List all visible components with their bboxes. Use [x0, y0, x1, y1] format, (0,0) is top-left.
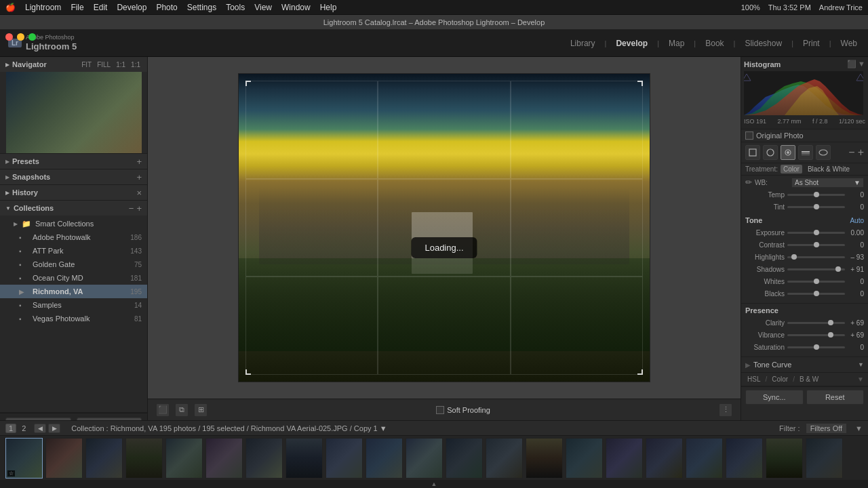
remove-collection-button[interactable]: −	[129, 203, 134, 214]
histogram-close-icon[interactable]: ▼	[858, 60, 865, 68]
spot-removal-tool[interactable]	[763, 145, 778, 160]
contrast-slider[interactable]	[787, 244, 845, 246]
whites-thumb[interactable]	[814, 279, 819, 284]
add-collection-button[interactable]: +	[136, 203, 142, 214]
saturation-slider[interactable]	[787, 346, 845, 348]
whites-slider[interactable]	[787, 281, 845, 283]
tint-thumb[interactable]	[814, 204, 819, 209]
filmstrip-next-button[interactable]: ▶	[48, 424, 60, 433]
treatment-bw-tab[interactable]: Black & White	[805, 165, 852, 174]
tone-curve-header[interactable]: ▶ Tone Curve ▼	[741, 357, 868, 372]
tone-auto-button[interactable]: Auto	[850, 217, 864, 224]
compare-view-button[interactable]: ⧉	[175, 403, 189, 417]
collections-header[interactable]: ▼ Collections − +	[0, 201, 147, 216]
add-preset-button[interactable]: +	[136, 157, 142, 167]
smart-collections-folder[interactable]: ▶ 📁 Smart Collections	[0, 217, 147, 230]
nav-1to1-btn[interactable]: 1:1	[115, 61, 127, 68]
collection-adobe-photowalk[interactable]: ▪ Adobe Photowalk 186	[0, 230, 147, 244]
apple-menu[interactable]: 🍎	[5, 3, 16, 12]
nav-custom-btn[interactable]: 1:1	[130, 61, 142, 68]
file-menu[interactable]: File	[71, 3, 83, 12]
exposure-slider[interactable]	[787, 232, 845, 234]
collection-samples[interactable]: ▪ Samples 14	[0, 298, 147, 312]
nav-fill-btn[interactable]: FILL	[96, 61, 112, 68]
close-history-button[interactable]: ×	[136, 188, 142, 198]
reset-tool[interactable]: +	[858, 146, 864, 159]
thumb-20[interactable]	[766, 438, 803, 479]
page-2-btn[interactable]: 2	[22, 424, 26, 432]
original-photo-checkbox[interactable]	[745, 131, 753, 140]
treatment-color-tab[interactable]: Color	[781, 165, 802, 174]
shadows-thumb[interactable]	[835, 266, 841, 272]
photo-menu[interactable]: Photo	[156, 3, 177, 12]
develop-menu[interactable]: Develop	[117, 3, 146, 12]
collection-ocean-city[interactable]: ▪ Ocean City MD 181	[0, 271, 147, 285]
temp-thumb[interactable]	[814, 192, 819, 197]
tone-curve-toggle[interactable]: ▶	[745, 361, 751, 369]
highlights-thumb[interactable]	[791, 254, 797, 260]
thumb-10[interactable]	[366, 438, 403, 479]
module-book[interactable]: Book	[703, 37, 726, 49]
filter-value[interactable]: Filters Off	[806, 423, 847, 434]
collection-golden-gate[interactable]: ▪ Golden Gate 75	[0, 258, 147, 271]
thumb-11[interactable]	[406, 438, 443, 479]
hsl-arrow[interactable]: ▼	[857, 375, 864, 383]
thumb-21[interactable]	[806, 438, 843, 479]
tint-slider[interactable]	[787, 206, 845, 208]
crop-tool[interactable]	[745, 145, 760, 160]
wb-dropdown[interactable]: As Shot ▼	[791, 178, 864, 188]
histogram-expand-icon[interactable]: ⬛	[847, 60, 856, 68]
tools-menu[interactable]: Tools	[226, 3, 245, 12]
thumb-16[interactable]	[606, 438, 643, 479]
color-tab[interactable]: Color	[770, 375, 790, 384]
module-slideshow[interactable]: Slideshow	[742, 37, 785, 49]
module-develop[interactable]: Develop	[613, 37, 650, 49]
history-header[interactable]: ▶ History ×	[0, 185, 147, 200]
saturation-thumb[interactable]	[814, 344, 819, 350]
thumb-3[interactable]	[85, 438, 123, 479]
settings-tool[interactable]: −	[848, 146, 854, 159]
thumb-7[interactable]	[245, 438, 283, 479]
blacks-slider[interactable]	[787, 293, 845, 295]
temp-slider[interactable]	[787, 194, 845, 196]
survey-view-button[interactable]: ⊞	[194, 403, 208, 417]
module-map[interactable]: Map	[666, 37, 687, 49]
module-library[interactable]: Library	[568, 37, 598, 49]
red-eye-tool[interactable]	[781, 145, 795, 160]
thumb-5[interactable]	[165, 438, 203, 479]
close-window-button[interactable]	[5, 33, 13, 41]
thumb-9[interactable]	[326, 438, 363, 479]
add-snapshot-button[interactable]: +	[136, 172, 142, 182]
edit-menu[interactable]: Edit	[94, 3, 108, 12]
module-web[interactable]: Web	[838, 37, 860, 49]
page-1-btn[interactable]: 1	[5, 424, 16, 433]
presets-header[interactable]: ▶ Presets +	[0, 154, 147, 169]
bw-tab[interactable]: B & W	[797, 375, 821, 384]
expand-panels-button[interactable]: ⋮	[719, 403, 732, 417]
settings-menu[interactable]: Settings	[187, 3, 216, 12]
bottom-expand-arrow[interactable]: ▲	[0, 480, 868, 488]
radial-filter-tool[interactable]	[816, 145, 831, 160]
thumb-2[interactable]	[45, 438, 83, 479]
thumb-19[interactable]	[726, 438, 763, 479]
help-menu[interactable]: Help	[320, 3, 337, 12]
view-menu[interactable]: View	[254, 3, 272, 12]
window-controls[interactable]	[5, 33, 36, 41]
hsl-tab[interactable]: HSL	[745, 375, 762, 384]
nav-fit-btn[interactable]: FIT	[80, 61, 93, 68]
thumb-4[interactable]	[125, 438, 163, 479]
minimize-window-button[interactable]	[17, 33, 24, 41]
reset-button[interactable]: Reset	[806, 390, 865, 405]
contrast-thumb[interactable]	[814, 242, 819, 247]
thumb-18[interactable]	[686, 438, 723, 479]
snapshots-header[interactable]: ▶ Snapshots +	[0, 169, 147, 184]
sync-button[interactable]: Sync...	[745, 390, 804, 405]
soft-proofing-checkbox[interactable]	[436, 406, 444, 414]
thumb-6[interactable]	[205, 438, 243, 479]
vibrance-thumb[interactable]	[828, 332, 833, 338]
thumb-12[interactable]	[446, 438, 483, 479]
vibrance-slider[interactable]	[787, 334, 845, 336]
maximize-window-button[interactable]	[28, 33, 36, 41]
view-mode-button[interactable]: ⬛	[156, 403, 170, 417]
filmstrip-prev-button[interactable]: ◀	[34, 424, 46, 433]
